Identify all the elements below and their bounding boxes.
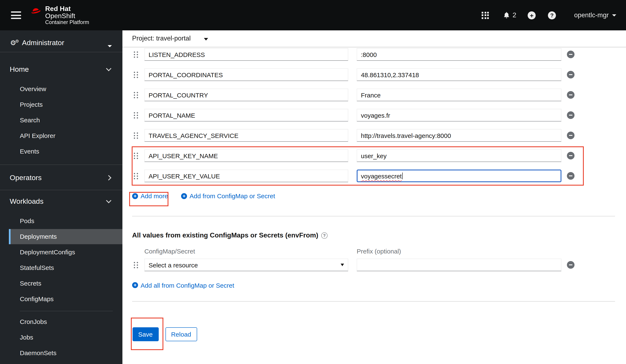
env-value-input[interactable] — [357, 149, 561, 162]
user-menu[interactable]: opentlc-mgr — [574, 11, 616, 19]
sidebar-item-statefulsets[interactable]: StatefulSets — [0, 260, 122, 275]
env-add-links: + Add more + Add from ConfigMap or Secre… — [132, 189, 275, 203]
prefix-input[interactable] — [357, 258, 561, 271]
drag-handle-icon[interactable] — [133, 173, 138, 179]
sidebar-section-operators[interactable]: Operators — [0, 170, 122, 185]
drag-handle-icon[interactable] — [133, 152, 138, 159]
sidebar-item-configmaps[interactable]: ConfigMaps — [0, 291, 122, 307]
brand-line1: Red Hat — [45, 5, 89, 12]
divider — [0, 190, 122, 190]
sidebar-item-deploymentconfigs[interactable]: DeploymentConfigs — [0, 245, 122, 260]
notifications-button[interactable]: 2 — [503, 11, 516, 19]
remove-row-button[interactable] — [567, 152, 575, 159]
sidebar-section-home[interactable]: Home — [0, 62, 122, 77]
divider — [132, 301, 615, 302]
add-from-configmap-link[interactable]: + Add from ConfigMap or Secret — [181, 192, 275, 199]
env-value-input[interactable] — [357, 89, 561, 101]
remove-row-button[interactable] — [567, 51, 575, 58]
env-value-input-focused[interactable]: voyagessecret — [357, 170, 561, 182]
menu-icon[interactable] — [11, 11, 21, 19]
divider — [0, 165, 122, 165]
select-placeholder: Select a resource — [149, 261, 198, 268]
misspelled-text: voyagessecret — [361, 172, 402, 180]
sidebar-item-pods[interactable]: Pods — [0, 214, 122, 229]
drag-handle-icon[interactable] — [133, 51, 138, 58]
resource-select[interactable]: Select a resource — [144, 258, 348, 271]
drag-handle-icon[interactable] — [133, 92, 138, 98]
env-name-input[interactable] — [144, 170, 348, 182]
add-more-link[interactable]: + Add more — [132, 192, 168, 199]
reload-button[interactable]: Reload — [165, 327, 197, 341]
remove-row-button[interactable] — [567, 111, 575, 119]
drag-handle-icon[interactable] — [133, 112, 138, 118]
env-var-row — [133, 109, 575, 121]
sidebar-section-workloads[interactable]: Workloads — [0, 194, 122, 209]
env-var-row — [133, 68, 575, 81]
env-name-input[interactable] — [144, 149, 348, 162]
env-name-input[interactable] — [144, 68, 348, 81]
sidebar-item-api-explorer[interactable]: API Explorer — [0, 128, 122, 144]
drag-handle-icon[interactable] — [133, 132, 138, 139]
brand-logo: Red Hat OpenShift Container Platform — [30, 5, 89, 26]
sidebar-item-overview[interactable]: Overview — [0, 81, 122, 97]
remove-row-button[interactable] — [567, 132, 575, 139]
sidebar-item-events[interactable]: Events — [0, 144, 122, 159]
save-button[interactable]: Save — [132, 327, 158, 341]
env-value-input[interactable] — [357, 48, 561, 61]
remove-row-button[interactable] — [567, 71, 575, 78]
chevron-right-icon — [106, 175, 111, 180]
cogs-icon: ⚙︎⚙︎ — [10, 40, 19, 46]
configmap-secret-label: ConfigMap/Secret — [144, 248, 195, 255]
chevron-down-icon — [108, 45, 112, 47]
sidebar-item-cronjobs[interactable]: CronJobs — [0, 314, 122, 329]
sidebar: ⚙︎⚙︎ Administrator Home Overview Project… — [0, 30, 122, 364]
add-all-from-configmap-link[interactable]: + Add all from ConfigMap or Secret — [132, 282, 234, 289]
sidebar-item-jobs[interactable]: Jobs — [0, 330, 122, 345]
notification-count-badge: 2 — [513, 11, 516, 19]
remove-row-button[interactable] — [567, 172, 575, 180]
env-name-input[interactable] — [144, 89, 348, 101]
redhat-hat-icon — [30, 6, 41, 15]
sidebar-item-projects[interactable]: Projects — [0, 97, 122, 112]
perspective-switcher[interactable]: ⚙︎⚙︎ Administrator — [0, 30, 122, 52]
env-name-input[interactable] — [144, 48, 348, 61]
sidebar-item-deployments[interactable]: Deployments — [9, 229, 122, 244]
add-more-label: Add more — [141, 192, 168, 199]
text-cursor — [402, 173, 402, 179]
section-label: Home — [10, 65, 29, 73]
env-value-input[interactable] — [357, 129, 561, 142]
divider — [132, 216, 615, 216]
add-icon[interactable]: + — [528, 11, 536, 19]
project-bar: Project: travel-portal — [122, 30, 626, 47]
env-var-row — [133, 149, 575, 162]
brand-line2: OpenShift — [45, 12, 89, 19]
bell-icon — [503, 11, 510, 19]
divider — [20, 311, 113, 311]
env-value-input[interactable] — [357, 109, 561, 121]
add-all-label: Add all from ConfigMap or Secret — [141, 282, 234, 289]
remove-row-button[interactable] — [567, 91, 575, 99]
sidebar-item-secrets[interactable]: Secrets — [0, 276, 122, 291]
brand-line3: Container Platform — [45, 19, 89, 26]
chevron-down-icon — [612, 14, 616, 16]
remove-row-button[interactable] — [567, 261, 575, 269]
envfrom-row: Select a resource — [133, 258, 575, 271]
section-label: Workloads — [10, 197, 43, 205]
masthead: Red Hat OpenShift Container Platform 2 +… — [0, 0, 626, 30]
openshift-console: Red Hat OpenShift Container Platform 2 +… — [0, 0, 626, 364]
env-name-input[interactable] — [144, 109, 348, 121]
chevron-down-icon[interactable] — [204, 38, 208, 40]
chevron-down-icon — [341, 264, 344, 266]
drag-handle-icon[interactable] — [133, 261, 138, 268]
plus-circle-icon: + — [132, 193, 138, 199]
env-var-row — [133, 48, 575, 61]
sidebar-item-daemonsets[interactable]: DaemonSets — [0, 345, 122, 361]
env-name-input[interactable] — [144, 129, 348, 142]
sidebar-item-search[interactable]: Search — [0, 113, 122, 128]
drag-handle-icon[interactable] — [133, 71, 138, 78]
env-value-input[interactable] — [357, 68, 561, 81]
help-icon[interactable]: ? — [548, 11, 556, 19]
help-icon[interactable]: ? — [321, 232, 328, 239]
app-launcher-icon[interactable] — [482, 12, 489, 19]
project-selector[interactable]: Project: travel-portal — [132, 35, 191, 42]
